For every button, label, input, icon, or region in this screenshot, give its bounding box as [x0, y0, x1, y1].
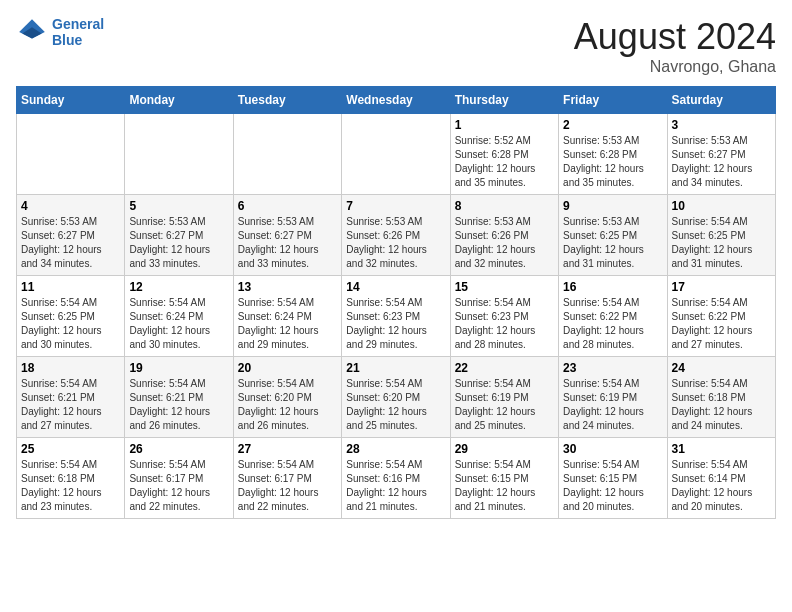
day-number: 29 — [455, 442, 554, 456]
day-number: 28 — [346, 442, 445, 456]
calendar-cell: 24Sunrise: 5:54 AM Sunset: 6:18 PM Dayli… — [667, 357, 775, 438]
calendar-cell: 4Sunrise: 5:53 AM Sunset: 6:27 PM Daylig… — [17, 195, 125, 276]
day-number: 16 — [563, 280, 662, 294]
day-info: Sunrise: 5:54 AM Sunset: 6:25 PM Dayligh… — [21, 296, 120, 352]
weekday-header-wednesday: Wednesday — [342, 87, 450, 114]
week-row-1: 1Sunrise: 5:52 AM Sunset: 6:28 PM Daylig… — [17, 114, 776, 195]
day-info: Sunrise: 5:53 AM Sunset: 6:27 PM Dayligh… — [238, 215, 337, 271]
day-info: Sunrise: 5:54 AM Sunset: 6:23 PM Dayligh… — [346, 296, 445, 352]
calendar-cell: 5Sunrise: 5:53 AM Sunset: 6:27 PM Daylig… — [125, 195, 233, 276]
day-number: 17 — [672, 280, 771, 294]
day-info: Sunrise: 5:54 AM Sunset: 6:23 PM Dayligh… — [455, 296, 554, 352]
calendar-cell: 9Sunrise: 5:53 AM Sunset: 6:25 PM Daylig… — [559, 195, 667, 276]
day-info: Sunrise: 5:54 AM Sunset: 6:17 PM Dayligh… — [129, 458, 228, 514]
calendar-cell — [125, 114, 233, 195]
calendar-cell: 17Sunrise: 5:54 AM Sunset: 6:22 PM Dayli… — [667, 276, 775, 357]
day-number: 10 — [672, 199, 771, 213]
calendar-cell: 27Sunrise: 5:54 AM Sunset: 6:17 PM Dayli… — [233, 438, 341, 519]
calendar-cell: 26Sunrise: 5:54 AM Sunset: 6:17 PM Dayli… — [125, 438, 233, 519]
calendar-cell: 20Sunrise: 5:54 AM Sunset: 6:20 PM Dayli… — [233, 357, 341, 438]
calendar-cell — [342, 114, 450, 195]
day-number: 18 — [21, 361, 120, 375]
calendar-cell: 15Sunrise: 5:54 AM Sunset: 6:23 PM Dayli… — [450, 276, 558, 357]
week-row-2: 4Sunrise: 5:53 AM Sunset: 6:27 PM Daylig… — [17, 195, 776, 276]
day-info: Sunrise: 5:54 AM Sunset: 6:19 PM Dayligh… — [563, 377, 662, 433]
day-number: 21 — [346, 361, 445, 375]
day-number: 27 — [238, 442, 337, 456]
day-number: 9 — [563, 199, 662, 213]
day-number: 13 — [238, 280, 337, 294]
day-info: Sunrise: 5:54 AM Sunset: 6:20 PM Dayligh… — [238, 377, 337, 433]
calendar-cell — [17, 114, 125, 195]
day-info: Sunrise: 5:54 AM Sunset: 6:14 PM Dayligh… — [672, 458, 771, 514]
calendar-cell: 11Sunrise: 5:54 AM Sunset: 6:25 PM Dayli… — [17, 276, 125, 357]
logo-text-blue: Blue — [52, 32, 104, 48]
weekday-header-monday: Monday — [125, 87, 233, 114]
day-number: 4 — [21, 199, 120, 213]
logo-text-general: General — [52, 16, 104, 32]
weekday-header-row: SundayMondayTuesdayWednesdayThursdayFrid… — [17, 87, 776, 114]
weekday-header-thursday: Thursday — [450, 87, 558, 114]
day-info: Sunrise: 5:54 AM Sunset: 6:21 PM Dayligh… — [21, 377, 120, 433]
day-number: 19 — [129, 361, 228, 375]
day-info: Sunrise: 5:53 AM Sunset: 6:27 PM Dayligh… — [672, 134, 771, 190]
month-year-title: August 2024 — [574, 16, 776, 58]
day-info: Sunrise: 5:54 AM Sunset: 6:22 PM Dayligh… — [563, 296, 662, 352]
day-info: Sunrise: 5:54 AM Sunset: 6:22 PM Dayligh… — [672, 296, 771, 352]
calendar-header: SundayMondayTuesdayWednesdayThursdayFrid… — [17, 87, 776, 114]
day-info: Sunrise: 5:54 AM Sunset: 6:21 PM Dayligh… — [129, 377, 228, 433]
day-number: 7 — [346, 199, 445, 213]
calendar-cell: 23Sunrise: 5:54 AM Sunset: 6:19 PM Dayli… — [559, 357, 667, 438]
calendar-cell: 7Sunrise: 5:53 AM Sunset: 6:26 PM Daylig… — [342, 195, 450, 276]
weekday-header-friday: Friday — [559, 87, 667, 114]
day-info: Sunrise: 5:53 AM Sunset: 6:25 PM Dayligh… — [563, 215, 662, 271]
calendar-body: 1Sunrise: 5:52 AM Sunset: 6:28 PM Daylig… — [17, 114, 776, 519]
calendar-table: SundayMondayTuesdayWednesdayThursdayFrid… — [16, 86, 776, 519]
week-row-3: 11Sunrise: 5:54 AM Sunset: 6:25 PM Dayli… — [17, 276, 776, 357]
calendar-cell: 3Sunrise: 5:53 AM Sunset: 6:27 PM Daylig… — [667, 114, 775, 195]
calendar-cell: 29Sunrise: 5:54 AM Sunset: 6:15 PM Dayli… — [450, 438, 558, 519]
calendar-cell: 16Sunrise: 5:54 AM Sunset: 6:22 PM Dayli… — [559, 276, 667, 357]
day-number: 1 — [455, 118, 554, 132]
day-number: 22 — [455, 361, 554, 375]
day-number: 15 — [455, 280, 554, 294]
day-info: Sunrise: 5:54 AM Sunset: 6:16 PM Dayligh… — [346, 458, 445, 514]
calendar-cell: 10Sunrise: 5:54 AM Sunset: 6:25 PM Dayli… — [667, 195, 775, 276]
weekday-header-tuesday: Tuesday — [233, 87, 341, 114]
calendar-cell: 21Sunrise: 5:54 AM Sunset: 6:20 PM Dayli… — [342, 357, 450, 438]
page-header: General Blue August 2024 Navrongo, Ghana — [16, 16, 776, 76]
calendar-cell: 25Sunrise: 5:54 AM Sunset: 6:18 PM Dayli… — [17, 438, 125, 519]
calendar-cell: 19Sunrise: 5:54 AM Sunset: 6:21 PM Dayli… — [125, 357, 233, 438]
calendar-cell: 28Sunrise: 5:54 AM Sunset: 6:16 PM Dayli… — [342, 438, 450, 519]
calendar-cell: 18Sunrise: 5:54 AM Sunset: 6:21 PM Dayli… — [17, 357, 125, 438]
day-info: Sunrise: 5:54 AM Sunset: 6:18 PM Dayligh… — [21, 458, 120, 514]
day-info: Sunrise: 5:53 AM Sunset: 6:26 PM Dayligh… — [346, 215, 445, 271]
calendar-cell: 8Sunrise: 5:53 AM Sunset: 6:26 PM Daylig… — [450, 195, 558, 276]
day-info: Sunrise: 5:52 AM Sunset: 6:28 PM Dayligh… — [455, 134, 554, 190]
title-block: August 2024 Navrongo, Ghana — [574, 16, 776, 76]
day-info: Sunrise: 5:54 AM Sunset: 6:15 PM Dayligh… — [563, 458, 662, 514]
day-info: Sunrise: 5:53 AM Sunset: 6:26 PM Dayligh… — [455, 215, 554, 271]
day-number: 12 — [129, 280, 228, 294]
day-info: Sunrise: 5:54 AM Sunset: 6:24 PM Dayligh… — [238, 296, 337, 352]
location-subtitle: Navrongo, Ghana — [574, 58, 776, 76]
day-info: Sunrise: 5:54 AM Sunset: 6:19 PM Dayligh… — [455, 377, 554, 433]
day-number: 31 — [672, 442, 771, 456]
day-info: Sunrise: 5:54 AM Sunset: 6:24 PM Dayligh… — [129, 296, 228, 352]
day-number: 14 — [346, 280, 445, 294]
day-number: 23 — [563, 361, 662, 375]
day-number: 8 — [455, 199, 554, 213]
day-info: Sunrise: 5:54 AM Sunset: 6:17 PM Dayligh… — [238, 458, 337, 514]
day-number: 30 — [563, 442, 662, 456]
day-number: 11 — [21, 280, 120, 294]
day-info: Sunrise: 5:54 AM Sunset: 6:25 PM Dayligh… — [672, 215, 771, 271]
week-row-5: 25Sunrise: 5:54 AM Sunset: 6:18 PM Dayli… — [17, 438, 776, 519]
weekday-header-sunday: Sunday — [17, 87, 125, 114]
calendar-cell: 14Sunrise: 5:54 AM Sunset: 6:23 PM Dayli… — [342, 276, 450, 357]
day-number: 2 — [563, 118, 662, 132]
day-number: 24 — [672, 361, 771, 375]
weekday-header-saturday: Saturday — [667, 87, 775, 114]
logo-icon — [16, 16, 48, 48]
day-info: Sunrise: 5:54 AM Sunset: 6:15 PM Dayligh… — [455, 458, 554, 514]
calendar-cell: 22Sunrise: 5:54 AM Sunset: 6:19 PM Dayli… — [450, 357, 558, 438]
